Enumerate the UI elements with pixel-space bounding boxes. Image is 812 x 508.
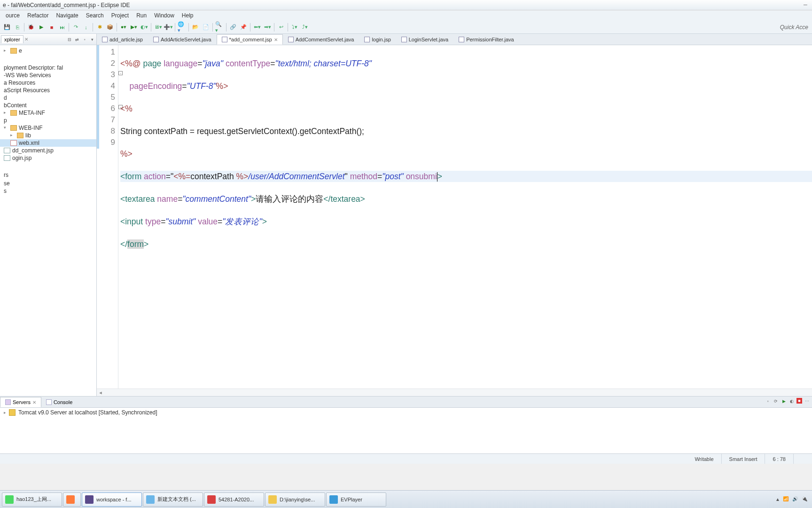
tab-servers[interactable]: Servers ✕ [0,397,41,407]
tree-item[interactable]: se [0,180,96,187]
pin-icon[interactable]: 📌 [239,23,248,32]
tray-wifi-icon[interactable]: 📶 [783,496,789,503]
tree-item[interactable]: aScript Resources [0,87,96,94]
back-icon[interactable]: ⬅▾ [253,23,261,32]
quick-access[interactable]: Quick Acce [780,24,808,31]
start-server-icon[interactable]: ▶ [781,398,787,405]
editor-tab[interactable]: add_article.jsp [97,34,148,45]
link-icon[interactable]: 🔗 [229,23,237,32]
menu-window[interactable]: Window [150,11,178,20]
coverage-icon[interactable]: ◐▾ [140,23,148,32]
toolbar: 💾 ⎘ 🐞 ▶ ■ ⏭ ↷ ↓ ✱ 📦 ●▾ ▶▾ ◐▾ 🖥▾ ➕▾ 🌐▾ 📂 … [0,21,812,34]
minimize-button[interactable]: ─ [799,0,812,9]
menu-project[interactable]: Project [108,11,133,20]
taskbar-button[interactable]: hao123_上网... [2,492,62,507]
taskbar-button[interactable]: 54281-A2020... [204,492,264,507]
tree-item[interactable]: ▸e [0,47,96,55]
menu-refactor[interactable]: Refactor [23,11,52,20]
editor-tab[interactable]: AddCommentServlet.java [283,34,359,45]
tree-item[interactable]: ogin.jsp [0,154,96,162]
horizontal-scrollbar[interactable]: ◄ [97,389,812,396]
tray-net-icon[interactable]: 🔌 [802,496,808,503]
taskbar-button[interactable]: workspace - f... [82,492,142,507]
taskbar-button[interactable]: 新建文本文档 (... [143,492,203,507]
editor-tab[interactable]: login.jsp [359,34,396,45]
menu-run[interactable]: Run [133,11,150,20]
stop-server-icon[interactable]: ■ [796,398,802,404]
taskbar-button[interactable]: EVPlayer [326,492,386,507]
tree-item[interactable]: -WS Web Services [0,71,96,79]
link-editor-icon[interactable]: ⇄ [74,36,80,43]
stop-icon[interactable]: ■ [47,23,56,32]
tab-console[interactable]: Console [41,397,77,407]
tree-item[interactable]: bContent [0,102,96,109]
menu-source[interactable]: ource [2,11,23,20]
save-icon[interactable]: 💾 [3,23,11,32]
collapse-all-icon[interactable]: ⊟ [66,36,73,43]
tree-item[interactable]: rs [0,171,96,179]
browser-icon[interactable]: 🌐▾ [178,23,186,32]
taskbar-button[interactable]: D:\jianying\se... [265,492,325,507]
new-server-btn-icon[interactable]: ▫ [765,398,771,405]
taskbar-button[interactable] [63,492,81,507]
tree-item[interactable]: a Resources [0,79,96,87]
tree-item[interactable]: d [0,94,96,102]
editor-tab[interactable]: *add_comment.jsp✕ [217,34,283,45]
code-wrap: 1 2 3 4 5 6 7 8 9 - - <%@ page language=… [97,45,812,389]
bottom-panel: Servers ✕ Console ▫ ⟳ ▶ ◐ ■ ⋯ ▸ Tomcat v… [0,396,812,453]
project-explorer: xplorer ✕ ⊟ ⇄ ▫ ▾ ▸eployment Descriptor:… [0,34,97,396]
focus-icon[interactable]: ▫ [81,36,88,43]
tree-item[interactable]: dd_comment.jsp [0,147,96,154]
tree-item[interactable]: ▸lib [0,132,96,139]
tray-up-icon[interactable]: ▲ [775,497,780,502]
system-tray[interactable]: ▲ 📶 🔊 🔌 [775,496,810,503]
tree-item[interactable]: p [0,117,96,124]
last-edit-icon[interactable]: ↩ [277,23,285,32]
open-task-icon[interactable]: 📄 [202,23,210,32]
save-all-icon[interactable]: ⎘ [13,23,22,32]
search2-icon[interactable]: 🔍▾ [215,23,224,32]
tree-item[interactable]: s [0,187,96,195]
fwd-icon[interactable]: ➡▾ [263,23,272,32]
run-config-icon[interactable]: ●▾ [119,23,128,32]
skip-icon[interactable]: ⏭ [58,23,66,32]
tree-item[interactable]: ▸META-INF [0,109,96,117]
scroll-left-icon[interactable]: ◄ [98,390,103,396]
debug-icon[interactable]: 🐞 [27,23,35,32]
expand-icon[interactable]: ▸ [4,410,6,415]
new-server-icon[interactable]: ➕▾ [164,23,172,32]
new-pkg-icon[interactable]: 📦 [106,23,114,32]
more-icon[interactable]: ⋯ [804,398,810,405]
prev-ann-icon[interactable]: ⤴▾ [301,23,309,32]
profile-server-icon[interactable]: ◐ [789,398,795,405]
editor-tab[interactable]: AddArticleServlet.java [148,34,217,45]
tree-item[interactable]: ployment Descriptor: fal [0,64,96,71]
publish-icon[interactable]: ⟳ [773,398,779,405]
menu-help[interactable]: Help [178,11,197,20]
close-icon[interactable]: ✕ [32,400,36,405]
server-icon[interactable]: 🖥▾ [154,23,162,32]
tomcat-icon [9,409,16,416]
step-over-icon[interactable]: ↷ [71,23,80,32]
editor-tab[interactable]: LoginServlet.java [396,34,453,45]
view-menu-icon[interactable]: ▾ [89,36,95,43]
editor-tab[interactable]: PermissionFilter.java [453,34,519,45]
run-ext-icon[interactable]: ▶▾ [130,23,138,32]
open-type-icon[interactable]: 📂 [191,23,200,32]
menu-navigate[interactable]: Navigate [52,11,82,20]
menu-bar: ource Refactor Navigate Search Project R… [0,10,812,21]
tree-item[interactable]: web.xml [0,139,96,147]
explorer-tree[interactable]: ▸eployment Descriptor: fal-WS Web Servic… [0,45,96,396]
tree-item[interactable]: ▾WEB-INF [0,124,96,132]
menu-search[interactable]: Search [82,11,108,20]
status-bar: Writable Smart Insert 6 : 78 [0,453,812,464]
new-icon[interactable]: ✱ [95,23,104,32]
close-view-icon[interactable]: ✕ [24,37,28,42]
next-ann-icon[interactable]: ⤵▾ [290,23,299,32]
explorer-tab[interactable]: xplorer [1,35,23,43]
step-into-icon[interactable]: ↓ [82,23,90,32]
code-editor[interactable]: <%@ page language="java" contentType="te… [118,45,812,389]
server-row[interactable]: ▸ Tomcat v9.0 Server at localhost [Start… [0,408,812,417]
run-icon[interactable]: ▶ [37,23,46,32]
tray-vol-icon[interactable]: 🔊 [792,496,799,503]
